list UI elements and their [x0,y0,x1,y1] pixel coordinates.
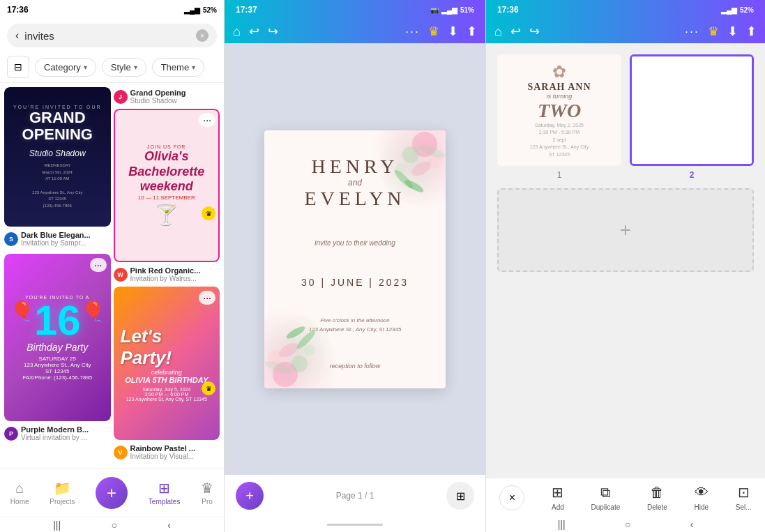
home-button-2[interactable]: ⌂ [233,24,241,39]
nav-projects[interactable]: 📁 Projects [50,480,75,506]
page-label: Page 1 / 1 [336,491,374,501]
templates-column-right: J Grand Opening Studio Shadow JOIN US FO… [114,87,220,464]
template-bachelorette[interactable]: JOIN US FOR Olivia'sBacheloretteweekend … [114,109,220,262]
invitation-card: HENRY and EVELYN invite you to their wed… [264,130,446,388]
and-text: and [304,178,405,188]
gesture-bar-3: ||| ○ ‹ [486,517,765,532]
sel-action[interactable]: ⊡ Sel... [736,484,752,511]
chevron-down-icon: ▾ [134,63,137,71]
download-button-2[interactable]: ⬇ [448,24,458,39]
invite-reception: reception to follow [330,363,381,377]
page-1-name: SARAH ANN [527,82,591,93]
grid-icon: ⊞ [456,489,465,503]
nav-pro[interactable]: ♛ Pro [201,480,213,506]
page-2-thumbnail[interactable] [630,54,754,166]
nav-home[interactable]: ⌂ Home [10,480,29,506]
pages-row: ✿ SARAH ANN is turning TWO Saturday, May… [497,54,754,180]
undo-button-3[interactable]: ↩ [510,24,521,39]
action-bar-3: × ⊞ Add ⧉ Duplicate 🗑 Delete 👁 Hide ⊡ Se… [486,478,765,517]
panel-canvas-editor: 17:37 📷 ▂▄▆ 51% ⌂ ↩ ↪ ··· ♛ ⬇ ⬆ [225,0,486,532]
gesture-home[interactable]: ○ [111,519,116,531]
close-button-3[interactable]: × [499,485,524,510]
signal-icon-3: ▂▄▆ [721,6,737,14]
time-3: 17:36 [497,5,519,15]
gesture-bar-1: ||| ○ ‹ [0,517,224,532]
gesture-back-3[interactable]: ‹ [690,519,694,530]
author-avatar-2: P [4,427,18,441]
canvas-add-button[interactable]: + [236,482,264,510]
groom-name: HENRY [304,155,405,178]
bachelorette-more-button[interactable]: ··· [199,113,215,127]
crown-button-2[interactable]: ♛ [428,24,439,39]
canvas-area[interactable]: HENRY and EVELYN invite you to their wed… [225,43,485,475]
toolbar-right-2: ··· ♛ ⬇ ⬆ [405,24,477,39]
back-button[interactable]: ‹ [15,29,19,42]
nav-templates[interactable]: ⊞ Templates [149,480,181,506]
status-icons-2: 📷 ▂▄▆ 51% [430,6,474,14]
status-bar-2: 17:37 📷 ▂▄▆ 51% [233,0,477,20]
page-thumb-1[interactable]: ✿ SARAH ANN is turning TWO Saturday, May… [497,54,621,180]
style-filter[interactable]: Style ▾ [102,58,146,77]
share-button-2[interactable]: ⬆ [467,24,477,39]
download-button-3[interactable]: ⬇ [727,24,738,39]
category-filter[interactable]: Category ▾ [35,58,96,77]
filter-icon-button[interactable]: ⊟ [7,56,29,78]
delete-action[interactable]: 🗑 Delete [647,485,667,511]
party-more-button[interactable]: ··· [199,291,215,305]
birthday-more-button[interactable]: ··· [90,258,107,272]
gesture-menu[interactable]: ||| [53,519,61,531]
pink-red-info: W Pink Red Organic... Invitation by Walr… [114,265,220,284]
gesture-home-3[interactable]: ○ [625,519,630,530]
gesture-menu-3[interactable]: ||| [558,519,566,530]
hide-action[interactable]: 👁 Hide [695,485,709,511]
panel-pages: 17:36 ▂▄▆ 52% ⌂ ↩ ↪ ··· ♛ ⬇ ⬆ [486,0,765,532]
page-1-number: TWO [538,100,581,122]
page-thumb-2[interactable]: 2 [630,54,754,180]
gesture-indicator [327,524,383,526]
add-icon: ⊞ [552,484,563,501]
toolbar-3: ⌂ ↩ ↪ ··· ♛ ⬇ ⬆ [494,20,757,43]
more-button-2[interactable]: ··· [405,24,420,39]
crown-button-3[interactable]: ♛ [708,24,719,39]
canvas-grid-button[interactable]: ⊞ [446,482,474,510]
search-input[interactable] [24,30,190,42]
page-2-content [632,56,752,164]
more-button-3[interactable]: ··· [685,24,699,39]
bride-name: EVELYN [304,188,405,210]
status-bar-1: 17:36 ▂▄▆ 52% [0,0,224,20]
theme-filter[interactable]: Theme ▾ [152,58,204,77]
chevron-down-icon: ▾ [84,63,87,71]
status-bar-3: 17:36 ▂▄▆ 52% [494,0,757,20]
battery-1: 52% [203,6,217,14]
templates-grid: YOU'RE INVITED TO OUR GRANDOPENINGStudio… [0,83,224,468]
template-lets-party[interactable]: Let's Party! celebrating OLIVIA 5TH BIRT… [114,287,220,440]
template-birthday[interactable]: YOU'RE INVITED TO A 🎈 16 🎈 Birthday Part… [4,254,111,421]
search-bar[interactable]: ‹ × [7,24,217,47]
signal-icon: ▂▄▆ [184,6,200,14]
search-clear-button[interactable]: × [196,29,209,42]
dark-blue-info: S Dark Blue Elegan... Invitation by Samp… [4,229,111,248]
duplicate-action[interactable]: ⧉ Duplicate [591,485,621,511]
canvas-bottom-bar: + Page 1 / 1 ⊞ [225,475,485,517]
toolbar-2: ⌂ ↩ ↪ ··· ♛ ⬇ ⬆ [233,20,477,43]
wedding-info: J Grand Opening Studio Shadow [114,87,220,106]
crown-badge-2: ♛ [202,381,215,395]
svg-point-11 [304,344,315,356]
status-icons-3: ▂▄▆ 52% [721,6,754,14]
undo-button-2[interactable]: ↩ [249,24,259,39]
pages-panel: ✿ SARAH ANN is turning TWO Saturday, May… [486,43,765,478]
add-action[interactable]: ⊞ Add [552,484,564,511]
page-1-thumbnail[interactable]: ✿ SARAH ANN is turning TWO Saturday, May… [497,54,621,166]
share-button-3[interactable]: ⬆ [746,24,757,39]
template-grand-opening[interactable]: YOU'RE INVITED TO OUR GRANDOPENINGStudio… [4,87,111,227]
add-page-button[interactable]: + [497,188,754,272]
toolbar-right-3: ··· ♛ ⬇ ⬆ [685,24,757,39]
nav-create-button[interactable]: + [96,477,128,509]
redo-button-3[interactable]: ↪ [529,24,540,39]
redo-button-2[interactable]: ↪ [268,24,278,39]
author-avatar: S [4,232,18,246]
gesture-back[interactable]: ‹ [167,519,171,531]
author-avatar-3: J [114,90,128,104]
home-button-3[interactable]: ⌂ [494,24,502,39]
purple-modern-info: P Purple Modern B... Virtual invitation … [4,424,111,443]
